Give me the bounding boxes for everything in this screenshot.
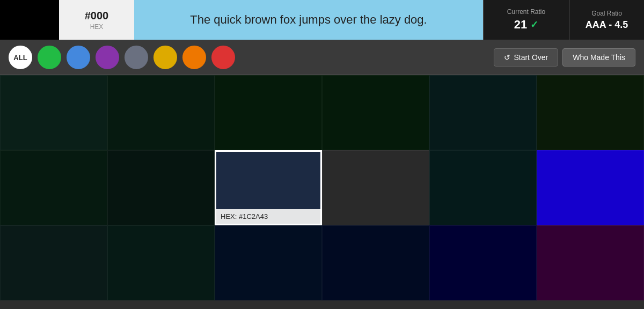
color-cell[interactable] <box>215 75 322 150</box>
current-ratio-value: 21 ✓ <box>514 18 538 32</box>
filter-orange[interactable] <box>182 46 206 69</box>
color-cell[interactable] <box>107 225 215 300</box>
hex-value: #000 <box>85 10 109 22</box>
hex-section: #000 HEX <box>59 0 134 40</box>
who-made-this-button[interactable]: Who Made This <box>562 48 635 67</box>
goal-ratio-section: Goal Ratio AAA - 4.5 <box>569 0 644 40</box>
current-ratio-section: Current Ratio 21 ✓ <box>483 0 569 40</box>
color-cell[interactable] <box>322 75 429 150</box>
refresh-icon: ↺ <box>504 53 510 62</box>
filter-all[interactable]: ALL <box>9 46 32 69</box>
start-over-button[interactable]: ↺ Start Over <box>494 48 558 67</box>
color-cell[interactable] <box>429 75 537 150</box>
color-cell[interactable] <box>429 225 537 300</box>
color-cell[interactable] <box>107 75 215 150</box>
color-grid: HEX: #1C2A43 <box>0 75 644 300</box>
color-cell[interactable] <box>0 225 107 300</box>
color-cell[interactable] <box>0 150 107 225</box>
color-cell[interactable] <box>537 75 644 150</box>
color-cell[interactable] <box>322 225 429 300</box>
color-swatch[interactable] <box>0 0 59 40</box>
check-icon: ✓ <box>530 19 538 31</box>
current-ratio-label: Current Ratio <box>507 8 545 16</box>
hex-label: HEX <box>90 23 104 31</box>
color-cell[interactable] <box>537 225 644 300</box>
color-cell[interactable]: HEX: #1C2A43 <box>215 150 322 225</box>
color-cell[interactable] <box>0 75 107 150</box>
filter-blue[interactable] <box>67 46 90 69</box>
cell-hex-tooltip: HEX: #1C2A43 <box>216 209 320 224</box>
filter-circles: ALL <box>9 46 494 69</box>
preview-text: The quick brown fox jumps over the lazy … <box>190 13 427 27</box>
filter-red[interactable] <box>211 46 235 69</box>
goal-ratio-label: Goal Ratio <box>591 10 622 17</box>
color-cell[interactable] <box>107 150 215 225</box>
filter-green[interactable] <box>38 46 61 69</box>
filter-gray[interactable] <box>125 46 148 69</box>
preview-text-box: The quick brown fox jumps over the lazy … <box>134 0 483 40</box>
filter-yellow[interactable] <box>153 46 177 69</box>
color-cell[interactable] <box>215 225 322 300</box>
color-cell[interactable] <box>429 150 537 225</box>
color-cell[interactable] <box>322 150 429 225</box>
top-bar: #000 HEX The quick brown fox jumps over … <box>0 0 644 40</box>
color-cell[interactable] <box>537 150 644 225</box>
filter-bar: ALL ↺ Start Over Who Made This <box>0 40 644 75</box>
filter-purple[interactable] <box>96 46 119 69</box>
goal-ratio-value: AAA - 4.5 <box>586 19 628 31</box>
action-buttons: ↺ Start Over Who Made This <box>494 48 635 67</box>
